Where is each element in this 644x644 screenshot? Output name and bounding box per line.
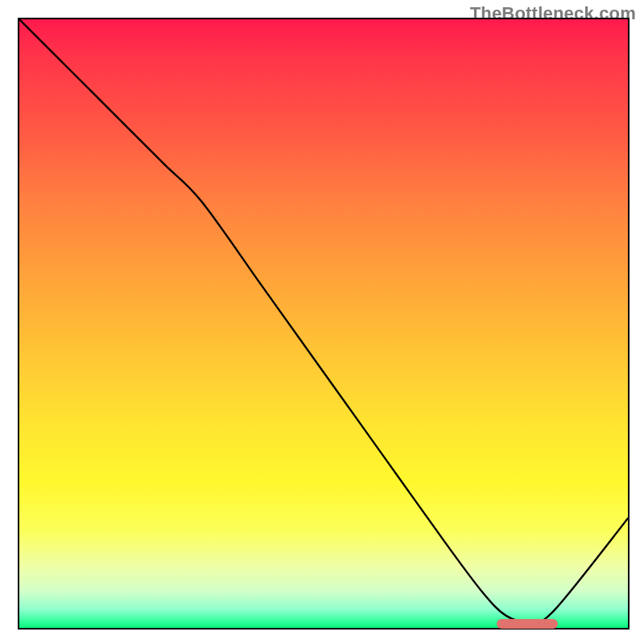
plot-area xyxy=(18,18,630,630)
optimal-range-marker xyxy=(497,619,558,629)
curve-svg xyxy=(19,19,628,628)
bottleneck-curve-path xyxy=(19,19,628,622)
chart-container: TheBottleneck.com xyxy=(0,0,644,644)
